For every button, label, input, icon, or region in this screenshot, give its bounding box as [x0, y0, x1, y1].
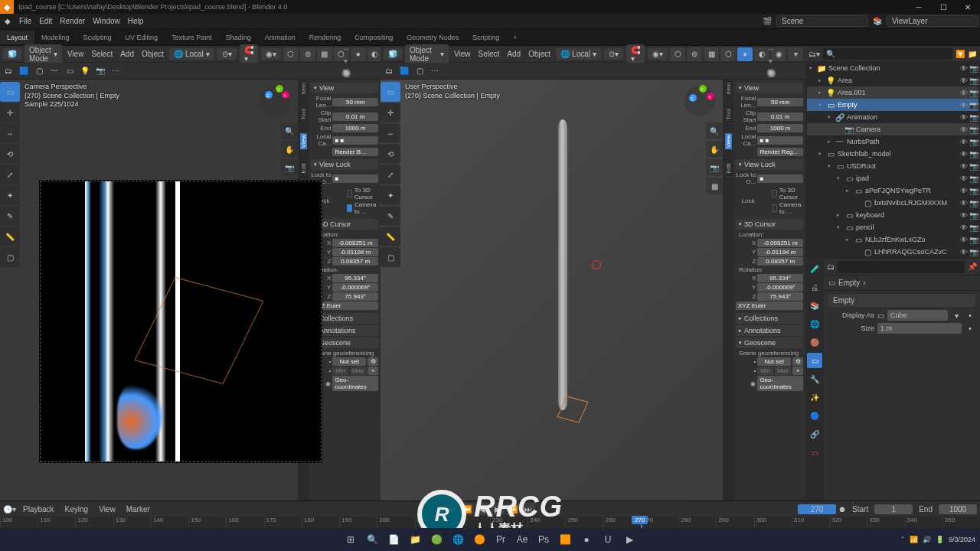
local-camera-field[interactable]: ■ ■ [332, 136, 378, 145]
ptab-viewlayer[interactable]: 📚 [807, 298, 822, 313]
pan-icon-r[interactable]: ✋ [706, 141, 723, 158]
cursor-z[interactable]: 0.08357 m [332, 257, 378, 266]
ptab-constraints[interactable]: 🔗 [807, 426, 822, 442]
filter-all-icon[interactable]: 🟦 [17, 65, 31, 77]
wstab-uvediting[interactable]: UV Editing [119, 31, 165, 44]
outliner-row[interactable]: ▸〰NurbsPath👁📷 [807, 135, 978, 148]
geo-gear-icon-r[interactable]: ⚙ [792, 357, 803, 366]
outliner-row[interactable]: ▢LHhRRAQGCsoCAZvC👁📷 [807, 246, 978, 258]
tray-battery-icon[interactable]: 🔋 [936, 536, 944, 543]
geo-gear-icon[interactable]: ⚙ [368, 357, 378, 366]
gizmo-drop-icon-r[interactable]: ▾ [764, 54, 778, 67]
cursor-x[interactable]: -0.008251 m [332, 239, 378, 247]
persp-icon-r[interactable]: ▦ [706, 178, 723, 194]
taskbar-item[interactable]: ▶ [621, 531, 638, 548]
outliner-row[interactable]: ▾▭USDRoot👁📷 [807, 160, 978, 172]
geo-plus-icon-r[interactable]: + [792, 367, 803, 375]
filter-more-icon[interactable]: ⋯ [109, 65, 122, 77]
tool-move-r[interactable]: ↔ [381, 123, 400, 143]
cursor-rx[interactable]: 95.334° [332, 274, 378, 282]
outliner-row[interactable]: ▾📁Scene Collection👁📷 [807, 62, 978, 74]
cursor-ry[interactable]: -0.000069° [332, 283, 378, 292]
next-key-icon[interactable]: ⏩ [506, 503, 520, 515]
tool-addcube[interactable]: ▢ [0, 247, 20, 267]
cursor-ry-r[interactable]: -0.000069° [757, 283, 803, 292]
outliner-filter-icon[interactable]: 🔽 [956, 50, 965, 58]
cursor-mode-r[interactable]: XYZ Euler [736, 302, 803, 310]
lock-to-object-field[interactable]: ■ [332, 174, 378, 183]
ptab-data[interactable]: ▭ [807, 445, 822, 460]
tool-cursor[interactable]: ✛ [0, 103, 20, 122]
ntab-edit-r[interactable]: Edit [725, 163, 732, 174]
tool-annotate-r[interactable]: ✎ [381, 206, 400, 226]
props-pin-icon[interactable]: 📌 [968, 262, 977, 271]
np-view-header-r[interactable]: View [736, 83, 803, 93]
play-rev-icon[interactable]: ◀ [475, 503, 489, 515]
snap-selector-r[interactable]: 🧲▾ [626, 44, 645, 64]
filter-all-icon-r[interactable]: 🟦 [397, 65, 411, 77]
wstab-animation[interactable]: Animation [258, 31, 302, 44]
ntab-item-r[interactable]: Item [725, 83, 732, 95]
local-camera-field-r[interactable]: ■ ■ [757, 136, 803, 145]
viewlayer-selector[interactable]: ViewLayer [887, 15, 978, 27]
ptab-physics[interactable]: 🔵 [807, 408, 822, 423]
taskbar-item[interactable]: ⊞ [342, 531, 359, 548]
filter-mesh-icon[interactable]: ▢ [32, 65, 46, 77]
maximize-button[interactable]: ☐ [931, 0, 956, 14]
outliner-search[interactable]: 🔍 [823, 48, 952, 60]
ptab-modifier[interactable]: 🔧 [807, 371, 822, 386]
orientation-selector[interactable]: 🌐 Local ▾ [169, 48, 214, 60]
tool-transform-r[interactable]: ✦ [381, 185, 400, 205]
overlay-icon[interactable]: 🔘 [339, 67, 353, 79]
props-search[interactable] [838, 261, 965, 273]
xray-toggle-r[interactable]: ▦ [704, 47, 719, 61]
outliner-row[interactable]: ▾🔗Animation👁📷 [807, 111, 978, 123]
blender-icon[interactable]: ◆ [1, 15, 15, 28]
proportional-selector[interactable]: ◉▾ [261, 48, 281, 60]
gizmo-toggle[interactable]: ⬡ [283, 47, 299, 61]
display-as-drop-icon[interactable]: ▾ [951, 311, 962, 320]
taskbar-item[interactable]: 🟧 [557, 531, 573, 548]
zoom-icon[interactable]: 🔍 [281, 122, 298, 139]
zoom-icon-r[interactable]: 🔍 [706, 122, 723, 139]
taskbar-item[interactable]: Ae [514, 531, 531, 548]
ptab-particles[interactable]: ✨ [807, 390, 822, 405]
ntab-edit[interactable]: Edit [300, 163, 307, 174]
wstab-scripting[interactable]: Scripting [466, 31, 506, 44]
wstab-add[interactable]: + [506, 31, 524, 44]
tl-keying[interactable]: Keying [62, 504, 92, 515]
clip-end-field[interactable]: 1000 m [332, 124, 378, 132]
geo-plus-icon[interactable]: + [368, 367, 378, 375]
tool-transform[interactable]: ✦ [0, 185, 20, 205]
wstab-modeling[interactable]: Modeling [34, 31, 77, 44]
shading-wireframe-r[interactable]: ⬡ [720, 47, 736, 61]
tool-measure-r[interactable]: 📏 [381, 227, 400, 246]
wstab-shading[interactable]: Shading [219, 31, 258, 44]
cursor-rz-r[interactable]: 75.943° [757, 292, 803, 301]
play-fwd-icon[interactable]: ▶ [491, 503, 505, 515]
pivot-selector[interactable]: ⊙▾ [217, 48, 237, 60]
cursor-y-r[interactable]: -0.01184 m [757, 248, 803, 256]
menu-add-r[interactable]: Add [504, 48, 524, 60]
ntab-tool[interactable]: Tool [300, 109, 307, 120]
nav-gizmo-left[interactable]: X Y Z [256, 83, 293, 119]
render-region-btn[interactable]: Render B... [332, 148, 378, 156]
tool-annotate[interactable]: ✎ [0, 206, 20, 226]
outliner-row[interactable]: ▾▭pencil👁📷 [807, 221, 978, 233]
close-button[interactable]: ✕ [956, 0, 980, 14]
menu-view-r[interactable]: View [451, 48, 474, 60]
editor-type-selector[interactable]: 🧊 [3, 48, 21, 60]
snap-selector[interactable]: 🧲▾ [240, 44, 258, 64]
tool-addcube-r[interactable]: ▢ [381, 247, 400, 267]
clip-end-field-r[interactable]: 1000 m [757, 124, 803, 132]
menu-file[interactable]: File [16, 15, 34, 27]
ptab-world[interactable]: 🟤 [807, 334, 822, 350]
geo-notset[interactable]: Not set [332, 357, 366, 366]
taskbar-item[interactable]: 📄 [385, 531, 402, 548]
np-3dcursor-header-r[interactable]: 3D Cursor [736, 219, 803, 230]
lock-3dcursor-checkbox-r[interactable] [772, 190, 777, 197]
geo-coords[interactable]: Geo-coordinates [332, 376, 378, 391]
filter-empty-icon[interactable]: ▭ [63, 65, 77, 77]
outliner-row[interactable]: ▸▭aPeFJQNSYwgPeTR👁📷 [807, 184, 978, 197]
menu-object-r[interactable]: Object [525, 48, 554, 60]
